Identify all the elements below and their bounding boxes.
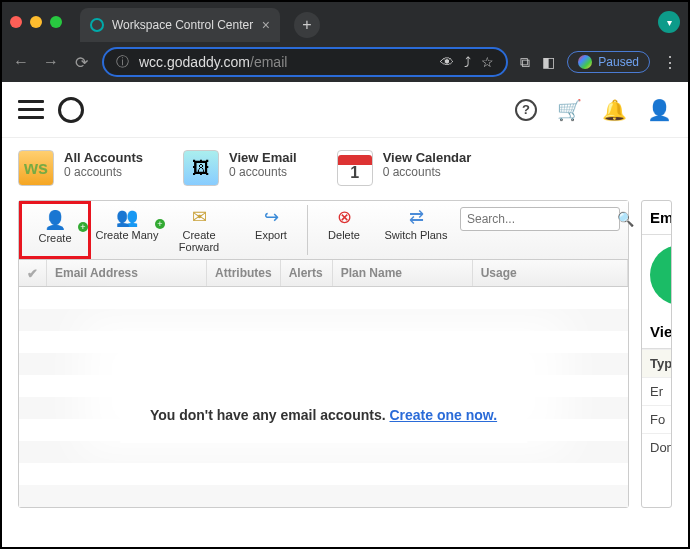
url-bar[interactable]: ⓘ wcc.godaddy.com/email 👁 ⤴ ☆ [102, 47, 508, 77]
search-box[interactable]: 🔍 [460, 207, 620, 231]
browser-menu-icon[interactable]: ⋮ [662, 53, 678, 72]
cart-icon[interactable]: 🛒 [557, 98, 582, 122]
summary-sub: 0 accounts [64, 165, 143, 179]
create-many-button[interactable]: 👥 Create Many [91, 201, 163, 259]
export-arrow-icon: ↪ [239, 207, 303, 227]
tab-title: Workspace Control Center [112, 18, 253, 32]
col-alerts[interactable]: Alerts [281, 260, 333, 286]
profile-dot-icon [578, 55, 592, 69]
account-icon[interactable]: 👤 [647, 98, 672, 122]
users-plus-icon: 👥 [95, 207, 159, 227]
col-attributes[interactable]: Attributes [207, 260, 281, 286]
nav-back-icon[interactable]: ← [12, 53, 30, 71]
notifications-bell-icon[interactable]: 🔔 [602, 98, 627, 122]
user-plus-icon: 👤 [26, 210, 84, 230]
eye-slash-icon[interactable]: 👁 [440, 54, 454, 70]
summary-view-calendar[interactable]: 1 View Calendar 0 accounts [337, 150, 472, 186]
right-panel-view: Vie [642, 315, 671, 349]
summary-title: View Email [229, 150, 297, 165]
right-panel-type: Type [642, 349, 671, 377]
nav-reload-icon[interactable]: ⟳ [72, 53, 90, 72]
nav-forward-icon[interactable]: → [42, 53, 60, 71]
summary-sub: 0 accounts [383, 165, 472, 179]
bookmark-star-icon[interactable]: ☆ [481, 54, 494, 70]
col-email[interactable]: Email Address [47, 260, 207, 286]
empty-state: You don't have any email accounts. Creat… [120, 387, 527, 443]
envelope-forward-icon: ✉ [167, 207, 231, 227]
delete-button[interactable]: ⊗ Delete [308, 201, 380, 259]
delete-x-icon: ⊗ [312, 207, 376, 227]
create-one-now-link[interactable]: Create one now. [389, 407, 497, 423]
site-info-icon[interactable]: ⓘ [116, 53, 129, 71]
empty-state-text: You don't have any email accounts. [150, 407, 386, 423]
tab-favicon-icon [90, 18, 104, 32]
window-close[interactable] [10, 16, 22, 28]
window-maximize[interactable] [50, 16, 62, 28]
right-panel-row[interactable]: Dom [642, 433, 671, 461]
help-icon[interactable]: ? [515, 99, 537, 121]
right-panel-heading: Em [642, 201, 671, 235]
summary-view-email[interactable]: 🖼 View Email 0 accounts [183, 150, 297, 186]
summary-all-accounts[interactable]: ws All Accounts 0 accounts [18, 150, 143, 186]
profile-paused-pill[interactable]: Paused [567, 51, 650, 73]
summary-sub: 0 accounts [229, 165, 297, 179]
url-text: wcc.godaddy.com/email [139, 54, 430, 70]
col-plan[interactable]: Plan Name [333, 260, 473, 286]
tab-close-icon[interactable]: × [262, 17, 270, 33]
share-icon[interactable]: ⤴ [464, 54, 471, 70]
main-menu-button[interactable] [18, 100, 44, 119]
godaddy-logo-icon[interactable] [58, 97, 84, 123]
email-accounts-panel: 👤 Create 👥 Create Many ✉ Create Forward … [18, 200, 629, 508]
paused-label: Paused [598, 55, 639, 69]
summary-title: View Calendar [383, 150, 472, 165]
calendar-icon: 1 [337, 150, 373, 186]
right-panel-row[interactable]: Fo [642, 405, 671, 433]
browser-tab[interactable]: Workspace Control Center × [80, 8, 280, 42]
table-header: ✔ Email Address Attributes Alerts Plan N… [19, 260, 628, 287]
extensions-icon[interactable]: ⧉ [520, 54, 530, 71]
email-picture-icon: 🖼 [183, 150, 219, 186]
select-all-checkbox[interactable]: ✔ [27, 266, 38, 281]
col-usage[interactable]: Usage [473, 260, 628, 286]
create-button[interactable]: 👤 Create [19, 201, 91, 259]
create-forward-button[interactable]: ✉ Create Forward [163, 201, 235, 259]
right-side-panel: Em Vie Type Er Fo Dom [641, 200, 672, 508]
sidepanel-icon[interactable]: ◧ [542, 54, 555, 70]
all-accounts-icon: ws [18, 150, 54, 186]
switch-plans-button[interactable]: ⇄ Switch Plans [380, 201, 452, 259]
table-body: You don't have any email accounts. Creat… [19, 287, 628, 507]
new-tab-button[interactable]: + [294, 12, 320, 38]
search-icon[interactable]: 🔍 [617, 211, 634, 227]
profile-avatar[interactable]: ▾ [658, 11, 680, 33]
search-input[interactable] [467, 212, 617, 226]
usage-chart-icon [650, 245, 672, 305]
window-minimize[interactable] [30, 16, 42, 28]
right-panel-row[interactable]: Er [642, 377, 671, 405]
switch-arrows-icon: ⇄ [384, 207, 448, 227]
export-button[interactable]: ↪ Export [235, 201, 307, 259]
summary-title: All Accounts [64, 150, 143, 165]
